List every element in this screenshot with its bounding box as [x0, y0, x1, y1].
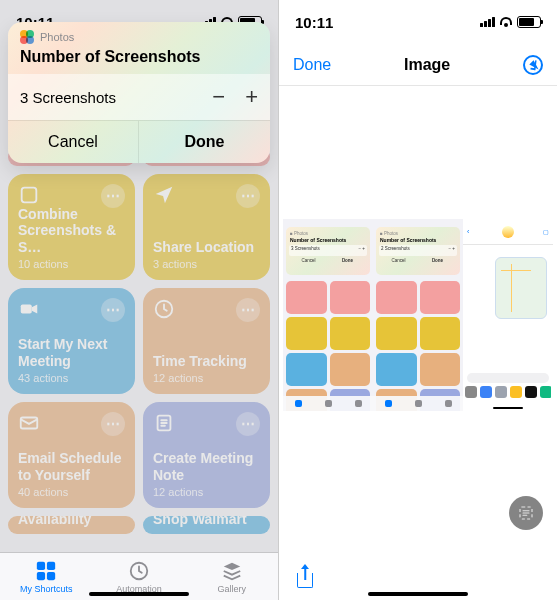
svg-rect-7 — [37, 571, 45, 579]
svg-rect-5 — [37, 561, 45, 569]
photos-app-icon — [20, 30, 34, 44]
stepper-row: 3 Screenshots − + — [8, 74, 270, 120]
screenshot-1: ■ Photos Number of Screenshots 3 Screens… — [283, 219, 373, 411]
stepper-value: 3 Screenshots — [20, 89, 116, 106]
sheet-app-label: Photos — [40, 31, 74, 43]
svg-rect-8 — [47, 571, 55, 579]
nav-done-button[interactable]: Done — [293, 56, 331, 74]
input-sheet: Photos Number of Screenshots 3 Screensho… — [8, 22, 270, 163]
status-time: 10:11 — [295, 14, 333, 31]
markup-button[interactable] — [523, 55, 543, 75]
cancel-button[interactable]: Cancel — [8, 121, 139, 163]
svg-rect-6 — [47, 561, 55, 569]
home-indicator[interactable] — [368, 592, 468, 596]
share-button[interactable] — [295, 564, 315, 588]
left-phone: 10:11 Played SongsShare AnimojiCombine S… — [0, 0, 278, 600]
right-phone: 10:11 Done Image ■ Photos Number of Scre… — [278, 0, 557, 600]
sheet-title: Number of Screenshots — [8, 48, 270, 74]
battery-icon — [517, 16, 541, 28]
screenshot-2: ■ Photos Number of Screenshots 2 Screens… — [373, 219, 463, 411]
tab-gallery[interactable]: Gallery — [185, 553, 278, 600]
image-preview[interactable]: ■ Photos Number of Screenshots 3 Screens… — [279, 86, 557, 544]
increment-button[interactable]: + — [245, 84, 258, 110]
tab-my-shortcuts[interactable]: My Shortcuts — [0, 553, 93, 600]
wifi-icon — [499, 17, 513, 27]
signal-icon — [480, 17, 495, 27]
decrement-button[interactable]: − — [212, 84, 225, 110]
screenshot-3: ‹▢ — [463, 219, 553, 411]
status-bar: 10:11 — [279, 0, 557, 44]
done-button[interactable]: Done — [139, 121, 270, 163]
status-icons — [480, 16, 541, 28]
nav-title: Image — [404, 56, 450, 74]
live-text-button[interactable] — [509, 496, 543, 530]
home-indicator[interactable] — [89, 592, 189, 596]
nav-bar: Done Image — [279, 44, 557, 86]
combined-image: ■ Photos Number of Screenshots 3 Screens… — [283, 219, 553, 411]
